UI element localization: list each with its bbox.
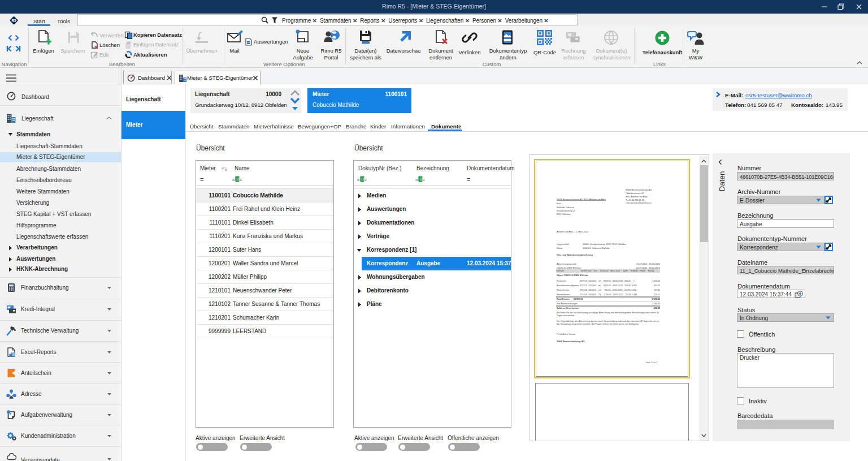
svg-text:B: B: [236, 176, 239, 182]
svg-text:R5: R5: [12, 19, 17, 23]
svg-text:a: a: [232, 177, 235, 182]
svg-text:c: c: [423, 177, 425, 182]
svg-text:a: a: [357, 177, 360, 182]
svg-text:a: a: [415, 177, 418, 182]
svg-text:B: B: [361, 176, 364, 182]
svg-text:B: B: [419, 176, 422, 182]
svg-text:c: c: [240, 177, 242, 182]
svg-text:c: c: [364, 177, 367, 182]
